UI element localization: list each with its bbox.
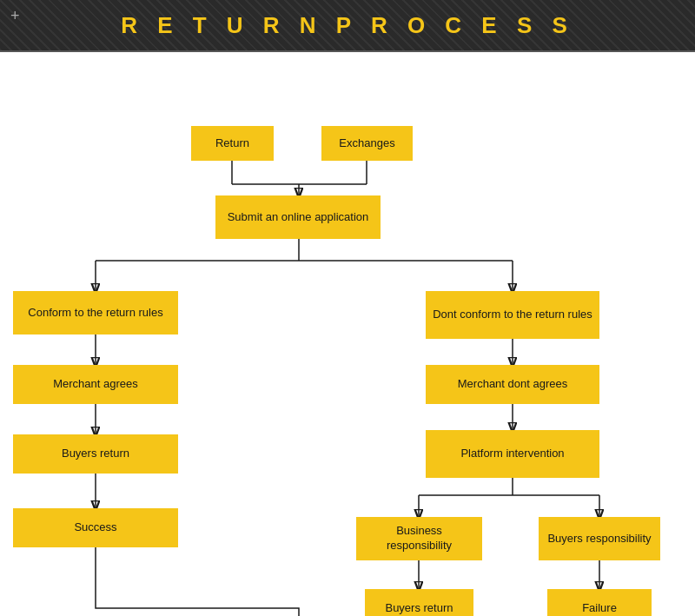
platform-box: Platform intervention bbox=[426, 430, 599, 478]
header-title: R E T U R N P R O C E S S bbox=[121, 12, 574, 39]
merchant-agrees-box: Merchant agrees bbox=[13, 365, 178, 404]
conform-box: Conform to the return rules bbox=[13, 291, 178, 334]
failure-box: Failure bbox=[547, 589, 652, 616]
business-resp-box: Business responsibility bbox=[356, 517, 482, 560]
buyers-resp-box: Buyers responsibility bbox=[539, 517, 660, 560]
success-box: Success bbox=[13, 508, 178, 547]
buyers-return-left-box: Buyers return bbox=[13, 434, 178, 474]
diagram: Return Exchanges Submit an online applic… bbox=[0, 52, 695, 616]
return-box: Return bbox=[191, 126, 274, 161]
submit-box: Submit an online application bbox=[215, 195, 381, 239]
dont-conform-box: Dont conform to the return rules bbox=[426, 291, 599, 339]
exchanges-box: Exchanges bbox=[321, 126, 413, 161]
buyers-return-mid-box: Buyers return bbox=[365, 589, 473, 616]
header: R E T U R N P R O C E S S bbox=[0, 0, 695, 52]
merchant-dont-box: Merchant dont agrees bbox=[426, 365, 599, 404]
